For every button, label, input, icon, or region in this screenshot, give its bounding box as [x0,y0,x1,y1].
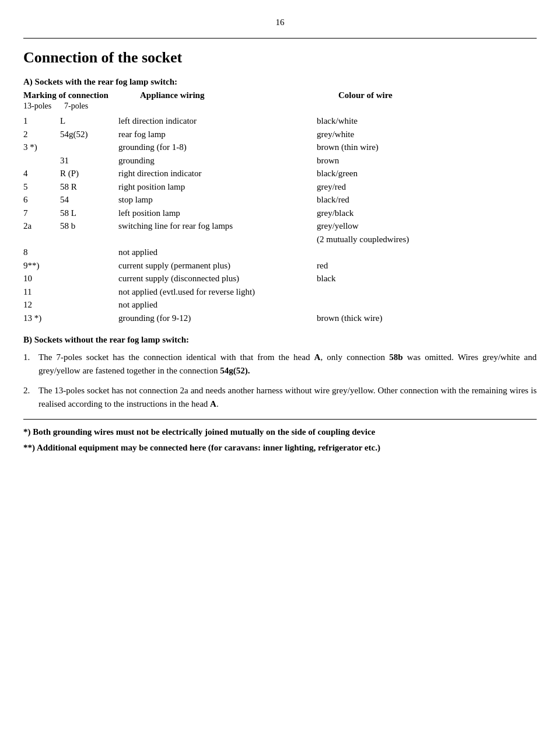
col-wire-color: brown (thick wire) [312,312,537,325]
list-number: 1. [23,351,38,364]
sub-13poles: 13-poles [23,102,64,111]
col-wire-color: grey/black [312,207,537,220]
col-13poles: 4 [23,167,55,180]
footnote-item: **) Additional equipment may be connecte… [23,441,537,455]
col-header-appliance: Appliance wiring [140,90,338,100]
list-item: 1. The 7-poles socket has the connection… [23,351,537,378]
bottom-rule [23,419,537,420]
col-13poles: 11 [23,285,55,299]
col-7poles: 54 [55,193,114,207]
col-description: current supply (disconnected plus) [114,272,312,285]
col-wire-color: brown [312,154,537,167]
col-description: right position lamp [114,180,312,194]
col-7poles: R (P) [55,167,114,180]
col-description: current supply (permanent plus) [114,259,312,273]
col-7poles: 58 L [55,207,114,220]
col-header-colour: Colour of wire [338,90,537,100]
table-row: 9**) current supply (permanent plus) red [23,259,537,273]
col-7poles: 58 R [55,180,114,194]
list-text: The 7-poles socket has the connection id… [38,351,537,378]
col-13poles: 5 [23,180,55,194]
col-wire-color: red [312,259,537,273]
table-row: 4 R (P) right direction indicator black/… [23,167,537,180]
col-wire-color: black/white [312,114,537,128]
table-row: 1 L left direction indicator black/white [23,114,537,128]
table-row: 2a 58 b switching line for rear fog lamp… [23,219,537,246]
col-wire-color: grey/red [312,180,537,194]
wiring-table: 1 L left direction indicator black/white… [23,114,537,324]
col-headers: Marking of connection Appliance wiring C… [23,90,537,100]
section-b-heading: B) Sockets without the rear fog lamp swi… [23,335,537,345]
section-a-heading: A) Sockets with the rear fog lamp switch… [23,77,537,87]
page-title: Connection of the socket [23,49,537,67]
table-row: 5 58 R right position lamp grey/red [23,180,537,194]
top-rule [23,38,537,39]
col-13poles: 7 [23,207,55,220]
col-description: switching line for rear fog lamps [114,219,312,233]
col-7poles: 54g(52) [55,128,114,141]
col-description: left position lamp [114,207,312,220]
table-row: 31 grounding brown [23,154,537,167]
col-wire-color: black/red [312,193,537,207]
col-7poles: L [55,114,114,128]
col-13poles: 12 [23,298,55,312]
table-row: 13 *) grounding (for 9-12) brown (thick … [23,312,537,325]
col-description: left direction indicator [114,114,312,128]
col-7poles: 58 b [55,219,114,233]
col-13poles: 2 [23,128,55,141]
footnotes: *) Both grounding wires must not be elec… [23,425,537,455]
col-wire-color: black [312,272,537,285]
col-description: not applied [114,298,312,312]
col-7poles: 31 [55,154,114,167]
col-wire-color: black/green [312,167,537,180]
table-row: 6 54 stop lamp black/red [23,193,537,207]
col-header-marking: Marking of connection [23,90,140,100]
col-description: grounding (for 1-8) [114,141,312,154]
col-description: grounding (for 9-12) [114,312,312,325]
col-13poles: 3 *) [23,141,55,154]
col-13poles: 13 *) [23,312,55,325]
table-row: 2 54g(52) rear fog lamp grey/white [23,128,537,141]
col-13poles: 1 [23,114,55,128]
col-description: grounding [114,154,312,167]
table-row: 11 not applied (evtl.used for reverse li… [23,285,537,299]
table-row: 8 not applied [23,246,537,259]
page-number: 16 [23,18,537,27]
numbered-list: 1. The 7-poles socket has the connection… [23,351,537,411]
col-wire-color: grey/yellow(2 mutually coupled​wires) [312,219,537,246]
col-description: rear fog lamp [114,128,312,141]
col-description: not applied (evtl.used for reverse light… [114,285,312,299]
list-number: 2. [23,384,38,397]
col-wire-color: brown (thin wire) [312,141,537,154]
sub-headers: 13-poles 7-poles [23,102,537,111]
col-description: right direction indicator [114,167,312,180]
col-13poles: 9**) [23,259,55,273]
col-13poles: 8 [23,246,55,259]
col-13poles: 10 [23,272,55,285]
col-13poles: 2a [23,219,55,233]
col-wire-color: grey/white [312,128,537,141]
col-description: not applied [114,246,312,259]
footnote-item: *) Both grounding wires must not be elec… [23,425,537,439]
col-13poles: 6 [23,193,55,207]
table-row: 3 *) grounding (for 1-8) brown (thin wir… [23,141,537,154]
table-row: 12 not applied [23,298,537,312]
sub-7poles: 7-poles [64,102,140,111]
table-row: 10 current supply (disconnected plus) bl… [23,272,537,285]
list-text: The 13-poles socket has not connection 2… [38,384,537,411]
list-item: 2. The 13-poles socket has not connectio… [23,384,537,411]
col-description: stop lamp [114,193,312,207]
table-row: 7 58 L left position lamp grey/black [23,207,537,220]
